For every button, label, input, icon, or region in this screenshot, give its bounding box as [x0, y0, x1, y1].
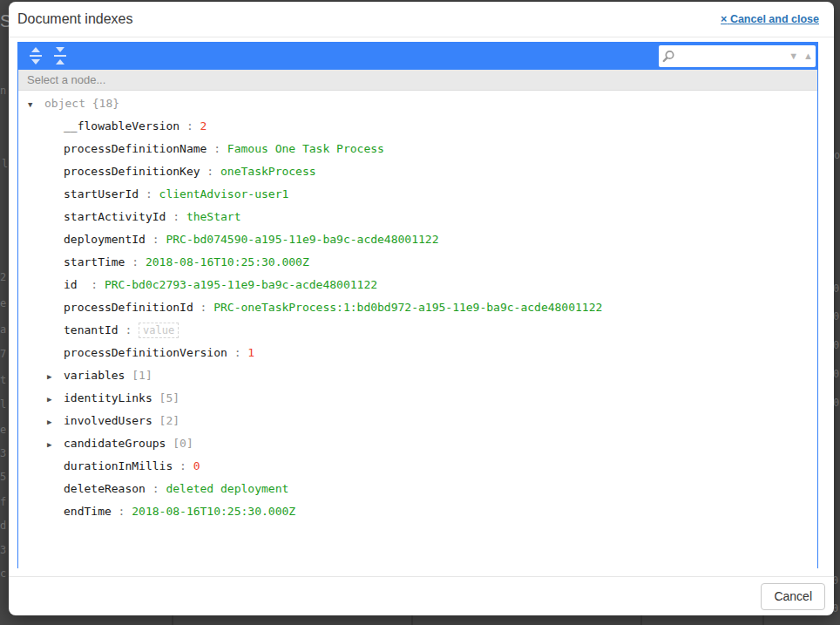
backdrop-text-fragment: 5: [0, 472, 6, 482]
backdrop-text-fragment: e: [0, 425, 6, 435]
tree-row: startUserId : clientAdvisor-user1: [18, 183, 817, 206]
backdrop-column-divider: [762, 615, 764, 625]
node-value[interactable]: theStart: [186, 210, 241, 223]
expand-all-button[interactable]: [27, 47, 44, 65]
node-key[interactable]: durationInMillis: [64, 459, 173, 472]
node-value[interactable]: Famous One Task Process: [227, 142, 384, 155]
node-count: [2]: [152, 414, 180, 427]
node-value[interactable]: deleted deployment: [166, 482, 288, 495]
node-value[interactable]: 1: [247, 346, 254, 359]
backdrop-text-fragment: a: [0, 324, 6, 335]
node-key[interactable]: startActivityId: [64, 210, 166, 223]
backdrop-column-divider: [172, 615, 173, 625]
expand-all-icon: [28, 54, 44, 67]
close-icon: ×: [721, 13, 727, 25]
page-backdrop: { "colors": { "toolbar_blue": "#3883fa",…: [0, 0, 840, 625]
json-tree: ▼object {18}__flowableVersion : 2process…: [18, 91, 817, 569]
modal-header: Document indexes × Cancel and close: [9, 2, 834, 37]
node-key[interactable]: candidateGroups: [64, 437, 166, 450]
node-value[interactable]: 2: [200, 119, 207, 132]
node-value[interactable]: 0: [193, 459, 200, 472]
backdrop-text-fragment: 0: [833, 369, 839, 379]
node-count: [5]: [152, 391, 180, 404]
backdrop-text-fragment: 3: [0, 545, 6, 555]
backdrop-text-fragment: 0: [833, 311, 839, 322]
backdrop-text-fragment: n: [0, 85, 6, 96]
tree-row: durationInMillis : 0: [18, 455, 817, 478]
backdrop-text-fragment: 7: [0, 349, 6, 359]
collapse-all-icon: [52, 54, 68, 67]
tree-row: deploymentId : PRC-bd074590-a195-11e9-ba…: [18, 228, 817, 251]
expand-node-icon[interactable]: ▶: [47, 388, 64, 411]
close-link-label: Cancel and close: [730, 13, 819, 25]
node-key[interactable]: startUserId: [64, 187, 139, 200]
node-value[interactable]: PRC-bd0c2793-a195-11e9-ba9c-acde48001122: [105, 278, 377, 291]
cancel-and-close-link[interactable]: × Cancel and close: [721, 13, 819, 25]
tree-row: ▶candidateGroups [0]: [18, 432, 817, 455]
node-value[interactable]: clientAdvisor-user1: [159, 187, 289, 200]
node-key[interactable]: startTime: [64, 255, 125, 268]
tree-row: __flowableVersion : 2: [18, 115, 817, 138]
key-value-separator: :: [193, 301, 213, 314]
editor-toolbar: ▼ ▲: [18, 43, 817, 70]
search-input[interactable]: [678, 51, 786, 63]
node-key[interactable]: tenantId: [64, 323, 119, 336]
node-key[interactable]: processDefinitionKey: [64, 165, 200, 178]
node-key[interactable]: identityLinks: [64, 391, 152, 404]
tree-row: processDefinitionName : Famous One Task …: [18, 138, 817, 160]
key-value-separator: :: [146, 482, 166, 495]
backdrop-text-fragment: t: [0, 375, 6, 385]
tree-row: ▶variables [1]: [18, 364, 817, 387]
document-indexes-modal: Document indexes × Cancel and close: [9, 2, 834, 615]
backdrop-column-divider: [640, 615, 642, 625]
node-key[interactable]: processDefinitionName: [64, 142, 207, 155]
tree-row: processDefinitionKey : oneTaskProcess: [18, 160, 817, 183]
node-count: [0]: [166, 437, 193, 450]
tree-row: id : PRC-bd0c2793-a195-11e9-ba9c-acde480…: [18, 274, 817, 296]
collapse-node-icon[interactable]: ▼: [28, 93, 44, 116]
tree-row: startTime : 2018-08-16T10:25:30.000Z: [18, 251, 817, 274]
backdrop-text-fragment: l: [0, 399, 6, 410]
node-count: {18}: [85, 97, 119, 110]
search-prev-icon[interactable]: ▲: [801, 45, 816, 67]
tree-row: processDefinitionId : PRC-oneTaskProcess…: [18, 296, 817, 319]
expand-node-icon[interactable]: ▶: [47, 433, 64, 456]
tree-row: tenantId : value: [18, 319, 817, 342]
backdrop-text-fragment: l: [2, 159, 8, 169]
json-editor: ▼ ▲ Select a node... ▼object {18}__flowa…: [17, 42, 818, 568]
backdrop-text-fragment: e: [0, 298, 6, 309]
backdrop-text-fragment: 0: [833, 397, 839, 408]
node-value[interactable]: PRC-bd074590-a195-11e9-ba9c-acde48001122: [166, 233, 438, 246]
key-value-separator: :: [146, 233, 166, 246]
key-value-separator: :: [112, 505, 132, 518]
node-key[interactable]: endTime: [64, 505, 112, 518]
node-key[interactable]: __flowableVersion: [64, 119, 180, 132]
backdrop-text-fragment: 2: [0, 272, 6, 282]
node-value[interactable]: oneTaskProcess: [220, 165, 316, 178]
node-key[interactable]: involvedUsers: [64, 414, 152, 427]
search-next-icon[interactable]: ▼: [786, 45, 801, 67]
key-value-separator: :: [200, 165, 220, 178]
node-path-bar[interactable]: Select a node...: [18, 70, 817, 91]
node-value[interactable]: 2018-08-16T10:25:30.000Z: [132, 505, 295, 518]
node-key[interactable]: processDefinitionId: [64, 301, 193, 314]
backdrop-text-fragment: 0: [833, 283, 839, 294]
node-key[interactable]: variables: [64, 369, 125, 382]
node-key[interactable]: id: [64, 278, 84, 291]
tree-row: ▶involvedUsers [2]: [18, 410, 817, 432]
node-key[interactable]: object: [44, 97, 85, 110]
node-value[interactable]: value: [139, 323, 179, 338]
collapse-all-button[interactable]: [51, 47, 69, 65]
expand-node-icon[interactable]: ▶: [47, 411, 64, 433]
key-value-separator: :: [125, 255, 145, 268]
node-key[interactable]: processDefinitionVersion: [64, 346, 227, 359]
key-value-separator: :: [227, 346, 247, 359]
expand-node-icon[interactable]: ▶: [47, 365, 64, 388]
backdrop-text-fragment: 3: [0, 448, 6, 459]
node-key[interactable]: deploymentId: [64, 233, 146, 246]
node-key[interactable]: deleteReason: [64, 482, 146, 495]
key-value-separator: :: [119, 323, 139, 336]
node-value[interactable]: 2018-08-16T10:25:30.000Z: [146, 255, 309, 268]
cancel-button[interactable]: Cancel: [761, 583, 825, 610]
node-value[interactable]: PRC-oneTaskProcess:1:bd0bd972-a195-11e9-…: [213, 301, 602, 314]
